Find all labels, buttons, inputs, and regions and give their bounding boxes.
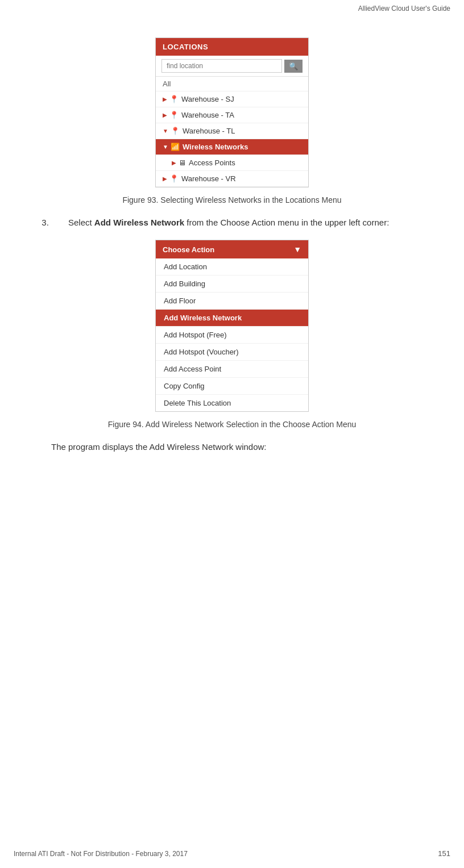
arrow-icon: ▼ — [163, 128, 168, 134]
arrow-icon: ▶ — [172, 160, 176, 166]
page-number: 151 — [438, 849, 450, 858]
figure-93-caption: Figure 93. Selecting Wireless Networks i… — [34, 195, 430, 205]
action-add-hotspot-voucher[interactable]: Add Hotspot (Voucher) — [156, 344, 308, 361]
arrow-icon: ▼ — [163, 144, 168, 150]
pin-icon: 📍 — [171, 127, 180, 135]
action-add-floor[interactable]: Add Floor — [156, 293, 308, 310]
arrow-icon: ▶ — [163, 96, 167, 102]
figure-94-caption: Figure 94. Add Wireless Network Selectio… — [34, 420, 430, 429]
wireless-networks-item[interactable]: ▼ 📶 Wireless Networks — [156, 139, 308, 155]
page-footer: Internal ATI Draft - Not For Distributio… — [0, 849, 464, 858]
choose-action-header[interactable]: Choose Action ▼ — [156, 240, 308, 258]
list-item[interactable]: ▶ 📍 Warehouse - SJ — [156, 91, 308, 107]
locations-panel-header: LOCATIONS — [156, 38, 308, 56]
location-label: Warehouse - SJ — [181, 95, 234, 103]
arrow-icon: ▶ — [163, 112, 167, 118]
wifi-icon: 📶 — [171, 143, 180, 151]
find-location-input[interactable] — [161, 59, 282, 73]
location-label: Wireless Networks — [183, 143, 248, 151]
pin-icon: 📍 — [169, 174, 179, 183]
action-copy-config[interactable]: Copy Config — [156, 378, 308, 395]
search-button[interactable]: 🔍 — [284, 60, 303, 73]
pin-icon: 📍 — [169, 95, 179, 103]
list-item[interactable]: ▶ 📍 Warehouse - VR — [156, 171, 308, 187]
page-header: AlliedView Cloud User's Guide — [0, 0, 464, 15]
location-label: Warehouse - VR — [181, 174, 236, 183]
body-text: The program displays the Add Wireless Ne… — [51, 440, 430, 454]
action-add-access-point[interactable]: Add Access Point — [156, 361, 308, 378]
action-add-hotspot-free[interactable]: Add Hotspot (Free) — [156, 327, 308, 344]
location-label: Warehouse - TA — [181, 111, 234, 119]
footer-left: Internal ATI Draft - Not For Distributio… — [14, 850, 188, 858]
chevron-down-icon: ▼ — [293, 245, 301, 254]
action-add-wireless-network[interactable]: Add Wireless Network — [156, 310, 308, 327]
action-add-building[interactable]: Add Building — [156, 276, 308, 293]
arrow-icon: ▶ — [163, 176, 167, 182]
list-item[interactable]: All — [156, 77, 308, 91]
locations-search-bar[interactable]: 🔍 — [156, 56, 308, 77]
list-item[interactable]: ▼ 📍 Warehouse - TL — [156, 123, 308, 139]
pin-icon: 📍 — [169, 111, 179, 119]
list-item[interactable]: ▶ 📍 Warehouse - TA — [156, 107, 308, 123]
action-add-location[interactable]: Add Location — [156, 258, 308, 276]
document-title: AlliedView Cloud User's Guide — [358, 5, 450, 12]
location-label: Access Points — [189, 158, 235, 167]
access-point-icon: 🖥 — [179, 158, 186, 167]
locations-panel: LOCATIONS 🔍 All ▶ 📍 Warehouse - SJ ▶ 📍 W… — [155, 37, 309, 187]
bold-text: Add Wireless Network — [94, 218, 184, 227]
action-delete-location[interactable]: Delete This Location — [156, 395, 308, 411]
step-3-text: Select Add Wireless Network from the Cho… — [68, 216, 430, 229]
choose-action-title: Choose Action — [163, 245, 214, 254]
access-points-item[interactable]: ▶ 🖥 Access Points — [156, 155, 308, 171]
location-label: Warehouse - TL — [183, 127, 235, 135]
choose-action-panel: Choose Action ▼ Add Location Add Buildin… — [155, 240, 309, 412]
